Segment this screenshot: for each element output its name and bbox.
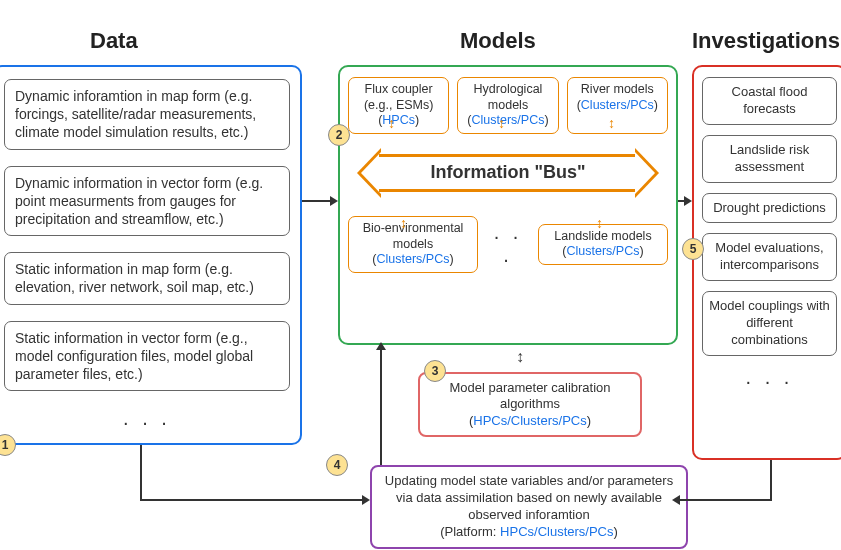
assimilation-platform: HPCs/Clusters/PCs [500,524,613,539]
double-arrow-icon: ↕ [608,119,615,127]
double-arrow-icon: ↕ [400,219,407,227]
assim-prefix: (Platform: [440,524,500,539]
arrow-data-to-assim-v [140,445,142,500]
model-box: Flux coupler (e.g., ESMs) (HPCs) [348,77,449,134]
calibration-platform: HPCs/Clusters/PCs [473,413,586,428]
arrow-inv-to-assim-v [770,460,772,500]
ellipsis: . . . [4,407,290,430]
assimilation-box: Updating model state variables and/or pa… [370,465,688,549]
data-item: Static information in map form (e.g. ele… [4,252,290,304]
model-box: Landslide models (Clusters/PCs) [538,224,668,265]
arrow-assim-to-models-v [380,350,382,465]
bus-label: Information "Bus" [430,162,585,183]
investigation-item: Landslide risk assessment [702,135,837,183]
arrow-models-to-investigations [678,200,684,202]
ellipsis: . . . [702,366,837,389]
badge-1: 1 [0,434,16,456]
data-title: Data [90,28,138,54]
model-platform: Clusters/PCs [581,98,654,112]
arrow-data-to-assim-h [140,499,362,501]
badge-5: 5 [682,238,704,260]
data-panel: Dynamic inforamtion in map form (e.g. fo… [0,65,302,445]
investigation-item: Coastal flood forecasts [702,77,837,125]
calibration-text: Model parameter calibration algorithms [449,380,610,411]
arrow-data-to-models [302,200,330,202]
models-top-row: Flux coupler (e.g., ESMs) (HPCs) Hydrolo… [348,77,668,134]
double-arrow-icon: ↕ [498,119,505,127]
models-title: Models [460,28,536,54]
data-item: Dynamic inforamtion in map form (e.g. fo… [4,79,290,150]
information-bus: Information "Bus" [363,148,653,198]
assimilation-text: Updating model state variables and/or pa… [385,473,673,522]
double-arrow-icon: ↕ [516,348,524,366]
model-name: River models [581,82,654,96]
investigation-item: Model couplings with different combinati… [702,291,837,356]
badge-2: 2 [328,124,350,146]
model-name: Bio-environmental models [363,221,464,251]
model-box: Bio-environmental models (Clusters/PCs) [348,216,478,273]
investigation-item: Model evaluations, intercomparisons [702,233,837,281]
bus-arrow-right-icon [635,148,659,198]
double-arrow-icon: ↕ [388,119,395,127]
model-name: Flux coupler (e.g., ESMs) [364,82,433,112]
models-panel: Flux coupler (e.g., ESMs) (HPCs) Hydrolo… [338,65,678,345]
model-name: Hydrological models [474,82,543,112]
ellipsis: . . . [486,221,530,267]
model-platform: Clusters/PCs [377,252,450,266]
model-box: River models (Clusters/PCs) [567,77,668,134]
investigation-item: Drought predictions [702,193,837,224]
models-bottom-row: Bio-environmental models (Clusters/PCs) … [348,216,668,273]
arrow-inv-to-assim-h [680,499,772,501]
model-box: Hydrological models (Clusters/PCs) [457,77,558,134]
investigations-panel: Coastal flood forecasts Landslide risk a… [692,65,841,460]
badge-3: 3 [424,360,446,382]
data-item: Dynamic information in vector form (e.g.… [4,166,290,237]
data-item: Static information in vector form (e.g.,… [4,321,290,392]
calibration-box: Model parameter calibration algorithms (… [418,372,642,437]
bus-arrow-left-icon [357,148,381,198]
badge-4: 4 [326,454,348,476]
investigations-title: Investigations [692,28,840,54]
model-platform: Clusters/PCs [567,244,640,258]
double-arrow-icon: ↕ [596,219,603,227]
assim-suffix: ) [614,524,618,539]
model-platform: Clusters/PCs [472,113,545,127]
